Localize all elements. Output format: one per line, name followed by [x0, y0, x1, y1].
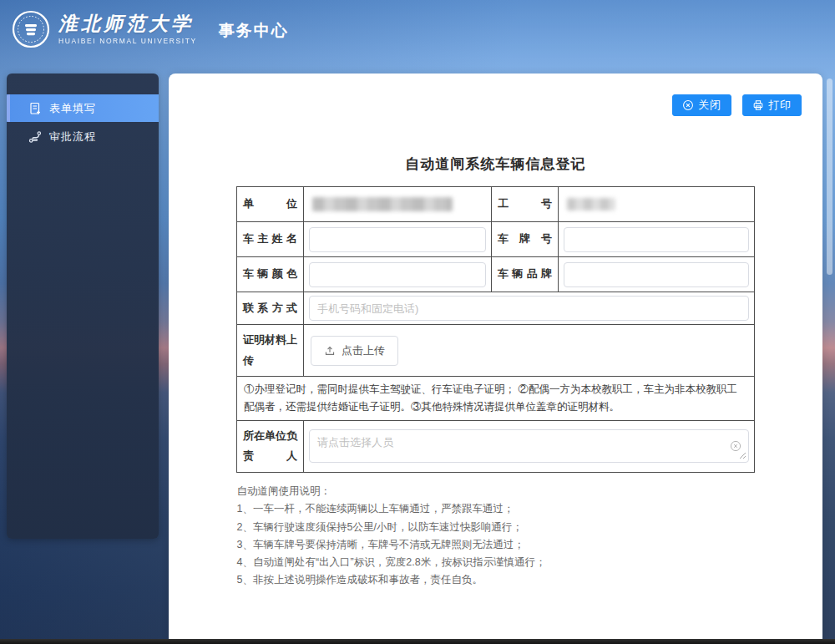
- clear-icon[interactable]: [730, 440, 741, 452]
- manager-cell: [304, 420, 755, 472]
- unit-value-cell: [304, 187, 492, 222]
- employee-id-value-cell: [559, 187, 755, 222]
- sidebar: 表单填写 审批流程: [7, 74, 159, 539]
- content-card: 关闭 打印 自动道闸系统车辆信息登记 单位 工号 车主姓名: [169, 74, 822, 640]
- vehicle-color-cell: [304, 257, 492, 292]
- page-header: 淮北师范大学 HUAIBEI NORMAL UNIVERSITY 事务中心: [12, 10, 289, 48]
- unit-label: 单位: [237, 187, 304, 222]
- unit-value-redacted: [312, 197, 453, 211]
- table-row: 证明材料上传 点击上传: [237, 325, 755, 377]
- vehicle-color-input[interactable]: [309, 262, 486, 287]
- contact-label: 联系方式: [237, 292, 304, 325]
- usage-instructions: 自动道闸使用说明： 1、一车一杆，不能连续两辆以上车辆通过，严禁跟车通过； 2、…: [237, 483, 755, 590]
- owner-name-label: 车主姓名: [237, 222, 304, 257]
- university-name-en: HUAIBEI NORMAL UNIVERSITY: [58, 37, 197, 45]
- table-row: 所在单位负责人: [237, 420, 755, 472]
- upload-icon: [324, 345, 336, 357]
- printer-icon: [752, 99, 764, 111]
- upload-cell: 点击上传: [304, 325, 755, 377]
- table-row: 车辆颜色 车辆品牌: [237, 257, 755, 292]
- manager-select-wrap: [309, 429, 749, 463]
- plate-number-input[interactable]: [564, 227, 749, 252]
- plate-number-cell: [559, 222, 755, 257]
- vehicle-brand-label: 车辆品牌: [492, 257, 559, 292]
- owner-name-input[interactable]: [309, 227, 486, 252]
- flow-icon: [28, 130, 42, 144]
- vehicle-color-label: 车辆颜色: [237, 257, 304, 292]
- table-row: 车主姓名 车牌号: [237, 222, 755, 257]
- instruction-item: 4、自动道闸处有“出入口”标识，宽度2.8米，按标识指示谨慎通行；: [237, 554, 755, 571]
- instruction-item: 1、一车一杆，不能连续两辆以上车辆通过，严禁跟车通过；: [237, 500, 755, 518]
- employee-id-value-redacted: [567, 198, 615, 210]
- university-name-block: 淮北师范大学 HUAIBEI NORMAL UNIVERSITY: [58, 13, 197, 45]
- contact-cell: [304, 292, 755, 325]
- table-row: 联系方式: [237, 292, 755, 325]
- instruction-item: 5、非按上述说明操作造成破坏和事故者，责任自负。: [237, 571, 755, 589]
- university-logo-icon: [12, 10, 50, 48]
- form-title: 自动道闸系统车辆信息登记: [237, 155, 755, 174]
- upload-button[interactable]: 点击上传: [311, 336, 398, 366]
- app-title: 事务中心: [219, 17, 289, 42]
- sidebar-item-label: 表单填写: [49, 101, 96, 116]
- instruction-item: 3、车辆车牌号要保持清晰，车牌号不清或无牌照则无法通过；: [237, 536, 755, 554]
- instruction-item: 2、车辆行驶速度须保持5公里/小时，以防车速过快影响通行；: [237, 519, 755, 536]
- upload-label: 证明材料上传: [237, 325, 304, 377]
- sidebar-item-form-fill[interactable]: 表单填写: [7, 94, 159, 122]
- employee-id-label: 工号: [492, 187, 559, 222]
- sidebar-item-label: 审批流程: [49, 129, 96, 145]
- table-row: 单位 工号: [237, 187, 755, 222]
- form-icon: [28, 102, 42, 115]
- sidebar-item-approval-flow[interactable]: 审批流程: [7, 123, 159, 150]
- close-button[interactable]: 关闭: [672, 94, 731, 116]
- university-name-zh: 淮北师范大学: [58, 13, 197, 34]
- registration-notice: ①办理登记时，需同时提供车主驾驶证、行车证电子证明； ②配偶一方为本校教职工，车…: [237, 377, 755, 420]
- scrollbar[interactable]: [827, 79, 832, 275]
- print-button-label: 打印: [768, 98, 792, 113]
- owner-name-cell: [304, 222, 492, 257]
- instructions-title: 自动道闸使用说明：: [237, 483, 755, 500]
- close-icon: [682, 99, 694, 111]
- plate-number-label: 车牌号: [492, 222, 559, 257]
- manager-label: 所在单位负责人: [237, 420, 304, 472]
- print-button[interactable]: 打印: [742, 94, 802, 116]
- contact-input[interactable]: [309, 296, 749, 321]
- vehicle-brand-input[interactable]: [564, 262, 749, 287]
- toolbar: 关闭 打印: [169, 74, 822, 116]
- close-button-label: 关闭: [698, 98, 721, 113]
- manager-select-input[interactable]: [309, 429, 749, 463]
- vehicle-form-table: 单位 工号 车主姓名 车牌号 车辆颜色 车辆品牌: [236, 186, 755, 473]
- table-row: ①办理登记时，需同时提供车主驾驶证、行车证电子证明； ②配偶一方为本校教职工，车…: [237, 377, 755, 420]
- bottom-edge: [0, 639, 835, 644]
- vehicle-brand-cell: [559, 257, 755, 292]
- upload-button-label: 点击上传: [342, 343, 385, 358]
- resize-handle-icon[interactable]: [739, 452, 746, 459]
